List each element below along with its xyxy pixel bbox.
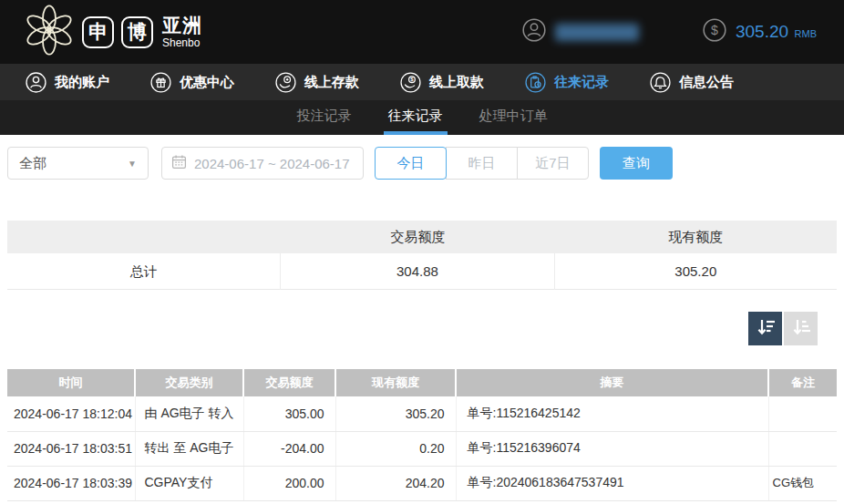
last7days-button[interactable]: 近7日 xyxy=(517,147,589,180)
svg-text:$: $ xyxy=(711,23,718,37)
logo-region: 亚洲 xyxy=(162,15,202,35)
logo-subtitle: Shenbo xyxy=(162,37,202,48)
calendar-icon xyxy=(171,154,187,172)
sort-tools xyxy=(0,312,818,345)
summary-total-row: 总计 304.88 305.20 xyxy=(7,253,837,290)
date-range-input[interactable]: 2024-06-17 ~ 2024-06-17 xyxy=(161,147,364,180)
today-button[interactable]: 今日 xyxy=(375,147,447,180)
cell-balance: 204.20 xyxy=(335,466,456,500)
cell-summary: 单号:115216425142 xyxy=(456,396,768,431)
cell-time: 2024-06-17 18:12:04 xyxy=(7,396,135,431)
cell-time: 2024-06-17 18:03:39 xyxy=(7,466,135,500)
tab-bet-records[interactable]: 投注记录 xyxy=(293,100,356,135)
cell-amount: -204.00 xyxy=(243,431,335,466)
cell-note xyxy=(768,431,837,466)
sort-ascending-button[interactable] xyxy=(784,312,818,345)
col-header-time: 时间 xyxy=(7,369,135,396)
filter-bar: 全部 ▼ 2024-06-17 ~ 2024-06-17 今日 昨日 近7日 查… xyxy=(7,147,837,180)
flower-logo-icon xyxy=(24,5,75,59)
main-nav: 我的账户 优惠中心 线上存款 xyxy=(0,64,844,100)
dollar-coin-icon: $ xyxy=(703,18,726,46)
date-range-value: 2024-06-17 ~ 2024-06-17 xyxy=(194,156,350,171)
logo-char-bo: 博 xyxy=(121,16,153,48)
nav-item-deposit[interactable]: 线上存款 xyxy=(275,72,359,93)
cell-type: 由 AG电子 转入 xyxy=(135,396,243,431)
col-header-summary: 摘要 xyxy=(456,369,768,396)
summary-total-amount: 304.88 xyxy=(281,253,554,290)
balance-amount: 305.20 xyxy=(736,22,788,41)
hand-coin-deposit-icon xyxy=(275,72,296,93)
balance-display: $ 305.20 RMB xyxy=(703,18,817,46)
transactions-header-row: 时间 交易类别 交易额度 现有额度 摘要 备注 xyxy=(7,369,837,396)
nav-item-records[interactable]: 往来记录 xyxy=(525,72,609,93)
cell-summary: 单号:115216396074 xyxy=(456,431,768,466)
transaction-row: 2024-06-17 18:03:39 CGPAY支付 200.00 204.2… xyxy=(7,466,837,500)
cell-type: 转出 至 AG电子 xyxy=(135,431,243,466)
summary-header-balance: 现有额度 xyxy=(555,229,837,246)
cell-type: CGPAY支付 xyxy=(135,466,243,500)
cell-note xyxy=(768,396,837,431)
hand-coin-withdraw-icon: $ xyxy=(400,72,421,93)
sort-descending-button[interactable] xyxy=(748,312,782,345)
col-header-balance: 现有额度 xyxy=(335,369,456,396)
summary-total-label: 总计 xyxy=(7,253,281,290)
username-redacted xyxy=(555,24,639,41)
sort-asc-icon xyxy=(790,316,812,341)
summary-header-row: 交易额度 现有额度 xyxy=(7,221,837,253)
cell-note: CG钱包 xyxy=(768,466,837,500)
col-header-type: 交易类别 xyxy=(135,369,243,396)
col-header-note: 备注 xyxy=(768,369,837,396)
logo-char-shen: 申 xyxy=(82,16,114,48)
user-icon xyxy=(522,18,546,46)
transaction-row: 2024-06-17 18:12:04 由 AG电子 转入 305.00 305… xyxy=(7,396,837,431)
transaction-row: 2024-06-17 18:03:51 转出 至 AG电子 -204.00 0.… xyxy=(7,431,837,466)
quick-range-group: 今日 昨日 近7日 xyxy=(375,147,589,180)
chevron-down-icon: ▼ xyxy=(128,159,137,169)
cell-summary: 单号:202406183647537491 xyxy=(456,466,768,500)
nav-item-promotions[interactable]: 优惠中心 xyxy=(150,72,234,93)
yesterday-button[interactable]: 昨日 xyxy=(446,147,518,180)
summary-header-amount: 交易额度 xyxy=(281,229,554,246)
sub-nav: 投注记录 往来记录 处理中订单 xyxy=(0,100,844,135)
summary-table: 交易额度 现有额度 总计 304.88 305.20 xyxy=(7,221,837,290)
records-clipboard-icon xyxy=(525,72,546,93)
type-select[interactable]: 全部 ▼ xyxy=(7,147,149,180)
tab-transaction-records[interactable]: 往来记录 xyxy=(384,100,448,135)
account-person-icon xyxy=(26,72,46,93)
cell-amount: 200.00 xyxy=(243,466,335,500)
query-button[interactable]: 查询 xyxy=(600,147,673,180)
nav-item-notices[interactable]: 信息公告 xyxy=(650,72,734,93)
bell-icon xyxy=(650,72,671,93)
cell-time: 2024-06-17 18:03:51 xyxy=(7,431,135,466)
cell-balance: 305.20 xyxy=(335,396,456,431)
user-area[interactable] xyxy=(522,18,639,46)
brand-logo[interactable]: 申 博 亚洲 Shenbo xyxy=(24,5,202,59)
cell-balance: 0.20 xyxy=(335,431,456,466)
nav-item-my-account[interactable]: 我的账户 xyxy=(26,72,109,93)
summary-total-balance: 305.20 xyxy=(555,253,837,290)
gift-icon xyxy=(150,72,171,93)
sort-desc-icon xyxy=(755,316,777,341)
nav-item-withdraw[interactable]: $ 线上取款 xyxy=(400,72,484,93)
transactions-table: 时间 交易类别 交易额度 现有额度 摘要 备注 2024-06-17 18:12… xyxy=(7,369,837,501)
balance-currency: RMB xyxy=(795,28,817,39)
cell-amount: 305.00 xyxy=(243,396,335,431)
col-header-amount: 交易额度 xyxy=(243,369,335,396)
top-header: 申 博 亚洲 Shenbo $ 305.20 RMB xyxy=(0,0,844,64)
tab-pending-orders[interactable]: 处理中订单 xyxy=(475,100,552,135)
